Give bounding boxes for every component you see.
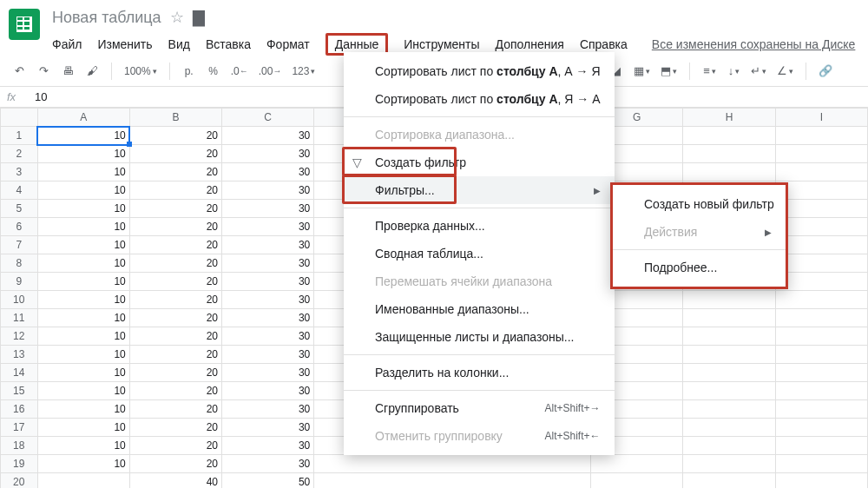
row-header[interactable]: 6	[1, 218, 38, 236]
menu-item[interactable]: Создать новый фильтр	[613, 190, 786, 218]
menu-item[interactable]: ▽Создать фильтр	[344, 148, 615, 176]
menu-addons[interactable]: Дополнения	[496, 36, 564, 53]
cell[interactable]	[683, 419, 775, 437]
cell[interactable]: 20	[129, 236, 221, 254]
cell[interactable]	[683, 291, 775, 309]
cell[interactable]	[775, 127, 867, 145]
cell[interactable]: 10	[37, 437, 129, 455]
cell[interactable]: 20	[129, 455, 221, 473]
cell[interactable]: 10	[37, 419, 129, 437]
currency-button[interactable]: р.	[179, 61, 200, 82]
cell[interactable]: 10	[37, 218, 129, 236]
cell[interactable]	[775, 346, 867, 364]
menu-item[interactable]: Защищенные листы и диапазоны...	[344, 323, 615, 351]
column-header[interactable]: C	[222, 109, 314, 127]
merge-button[interactable]: ⬒	[657, 61, 681, 82]
cell[interactable]: 10	[37, 346, 129, 364]
row-header[interactable]: 5	[1, 200, 38, 218]
cell[interactable]	[775, 400, 867, 419]
cell[interactable]	[683, 400, 775, 419]
cell[interactable]	[775, 437, 867, 455]
wrap-button[interactable]: ↵	[747, 61, 770, 82]
cell[interactable]	[683, 346, 775, 364]
menu-item[interactable]: Разделить на колонки...	[344, 359, 615, 386]
row-header[interactable]: 7	[1, 236, 38, 254]
cell[interactable]: 20	[129, 309, 221, 327]
cell[interactable]: 30	[222, 309, 314, 327]
cell[interactable]	[683, 163, 775, 182]
cell[interactable]: 20	[129, 127, 221, 145]
column-header[interactable]: H	[683, 109, 775, 127]
cell[interactable]	[775, 273, 867, 291]
menu-item[interactable]: Именованные диапазоны...	[344, 295, 615, 323]
rotate-button[interactable]: ∠	[773, 61, 797, 82]
row-header[interactable]: 12	[1, 327, 38, 346]
undo-button[interactable]: ↶	[9, 61, 30, 82]
row-header[interactable]: 14	[1, 364, 38, 382]
cell[interactable]: 10	[37, 327, 129, 346]
cell[interactable]	[775, 309, 867, 327]
star-icon[interactable]: ☆	[170, 8, 184, 27]
borders-button[interactable]: ▦	[630, 61, 654, 82]
cell[interactable]	[775, 455, 867, 473]
row-header[interactable]: 8	[1, 254, 38, 273]
cell[interactable]: 30	[222, 127, 314, 145]
cell[interactable]: 20	[129, 437, 221, 455]
cell[interactable]	[775, 218, 867, 236]
menu-help[interactable]: Справка	[580, 36, 628, 53]
cell[interactable]: 20	[129, 382, 221, 400]
cell[interactable]	[683, 364, 775, 382]
cell[interactable]: 10	[37, 291, 129, 309]
row-header[interactable]: 9	[1, 273, 38, 291]
cell[interactable]: 40	[129, 473, 221, 489]
cell[interactable]: 30	[222, 291, 314, 309]
row-header[interactable]: 18	[1, 437, 38, 455]
cell[interactable]: 10	[37, 163, 129, 182]
cell[interactable]	[683, 437, 775, 455]
cell[interactable]: 10	[37, 254, 129, 273]
cell[interactable]: 30	[222, 163, 314, 182]
cell[interactable]	[775, 419, 867, 437]
row-header[interactable]: 11	[1, 309, 38, 327]
cell[interactable]	[314, 473, 591, 489]
paint-format-button[interactable]: 🖌	[82, 61, 102, 82]
number-format-button[interactable]: 123	[288, 61, 319, 82]
cell[interactable]	[775, 364, 867, 382]
cell[interactable]	[775, 200, 867, 218]
cell[interactable]: 20	[129, 200, 221, 218]
cell[interactable]: 30	[222, 364, 314, 382]
cell[interactable]	[591, 455, 683, 473]
row-header[interactable]: 17	[1, 419, 38, 437]
cell[interactable]	[683, 382, 775, 400]
cell[interactable]: 30	[222, 182, 314, 200]
row-header[interactable]: 20	[1, 473, 38, 489]
cell[interactable]	[775, 182, 867, 200]
cell[interactable]: 30	[222, 400, 314, 419]
cell[interactable]: 10	[37, 400, 129, 419]
cell[interactable]: 20	[129, 291, 221, 309]
cell[interactable]: 30	[222, 145, 314, 163]
cell[interactable]: 20	[129, 218, 221, 236]
menu-format[interactable]: Формат	[266, 36, 310, 53]
cell[interactable]	[775, 163, 867, 182]
cell[interactable]: 30	[222, 437, 314, 455]
cell[interactable]: 10	[37, 455, 129, 473]
print-button[interactable]: 🖶	[57, 61, 78, 82]
row-header[interactable]: 3	[1, 163, 38, 182]
cell[interactable]	[775, 382, 867, 400]
cell[interactable]: 30	[222, 218, 314, 236]
cell[interactable]	[775, 291, 867, 309]
cell[interactable]: 10	[37, 382, 129, 400]
cell[interactable]	[775, 254, 867, 273]
cell[interactable]: 20	[129, 273, 221, 291]
cell[interactable]	[683, 309, 775, 327]
percent-button[interactable]: %	[203, 61, 224, 82]
cell[interactable]: 20	[129, 346, 221, 364]
menu-item[interactable]: Сортировать лист по столбцу А, А → Я	[344, 57, 615, 85]
doc-title[interactable]: Новая таблица	[52, 9, 161, 27]
cell[interactable]	[683, 473, 775, 489]
cell[interactable]: 10	[37, 200, 129, 218]
cell[interactable]: 10	[37, 309, 129, 327]
menu-edit[interactable]: Изменить	[97, 36, 152, 53]
dec-increase-button[interactable]: .00→	[255, 61, 286, 82]
